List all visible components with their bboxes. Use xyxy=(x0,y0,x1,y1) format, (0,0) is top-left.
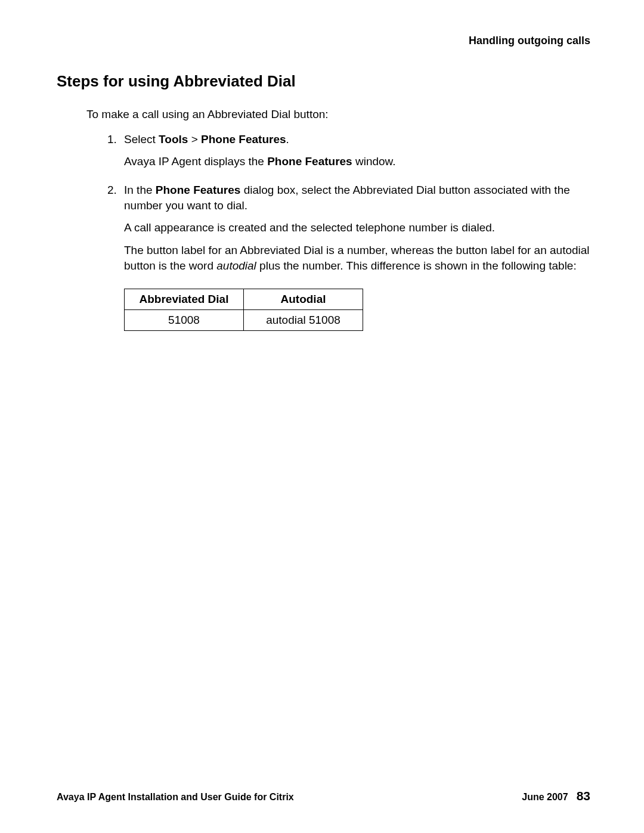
text: . xyxy=(286,133,289,145)
table-cell-autodial: autodial 51008 xyxy=(244,310,363,331)
table-header-autodial: Autodial xyxy=(244,289,363,310)
text: window. xyxy=(352,155,396,168)
text: In the xyxy=(124,184,156,196)
step-1: 1. Select Tools > Phone Features. Avaya … xyxy=(107,132,590,176)
bold-text: Phone Features xyxy=(201,133,286,145)
footer-right: June 200783 xyxy=(522,789,590,803)
step-2-line-1: In the Phone Features dialog box, select… xyxy=(124,182,590,213)
step-2-line-3: The button label for an Abbreviated Dial… xyxy=(124,243,590,273)
bold-text: Phone Features xyxy=(156,184,241,196)
bold-text: Phone Features xyxy=(267,155,352,168)
text: Avaya IP Agent displays the xyxy=(124,155,267,168)
italic-text: autodial xyxy=(216,259,256,272)
text: > xyxy=(188,133,201,145)
footer-doc-title: Avaya IP Agent Installation and User Gui… xyxy=(57,792,294,803)
step-1-line-2: Avaya IP Agent displays the Phone Featur… xyxy=(124,154,590,169)
step-1-line-1: Select Tools > Phone Features. xyxy=(124,132,590,147)
step-content: Select Tools > Phone Features. Avaya IP … xyxy=(124,132,590,176)
page-footer: Avaya IP Agent Installation and User Gui… xyxy=(57,789,590,803)
table-header-abbreviated: Abbreviated Dial xyxy=(125,289,244,310)
step-content: In the Phone Features dialog box, select… xyxy=(124,182,590,280)
intro-text: To make a call using an Abbreviated Dial… xyxy=(86,107,590,122)
text: Select xyxy=(124,133,159,145)
section-title: Steps for using Abbreviated Dial xyxy=(57,72,590,91)
step-number: 1. xyxy=(107,132,124,176)
steps-list: 1. Select Tools > Phone Features. Avaya … xyxy=(107,132,590,280)
table-row: 51008 autodial 51008 xyxy=(125,310,363,331)
step-number: 2. xyxy=(107,182,124,280)
step-2: 2. In the Phone Features dialog box, sel… xyxy=(107,182,590,280)
page-number: 83 xyxy=(577,789,590,803)
step-2-line-2: A call appearance is created and the sel… xyxy=(124,220,590,236)
bold-text: Tools xyxy=(159,133,188,145)
comparison-table: Abbreviated Dial Autodial 51008 autodial… xyxy=(124,289,363,331)
footer-date: June 2007 xyxy=(522,792,568,802)
table-header-row: Abbreviated Dial Autodial xyxy=(125,289,363,310)
comparison-table-wrap: Abbreviated Dial Autodial 51008 autodial… xyxy=(124,289,590,331)
text: plus the number. This difference is show… xyxy=(256,259,577,272)
table-cell-abbreviated: 51008 xyxy=(125,310,244,331)
page-header-section: Handling outgoing calls xyxy=(57,35,590,47)
